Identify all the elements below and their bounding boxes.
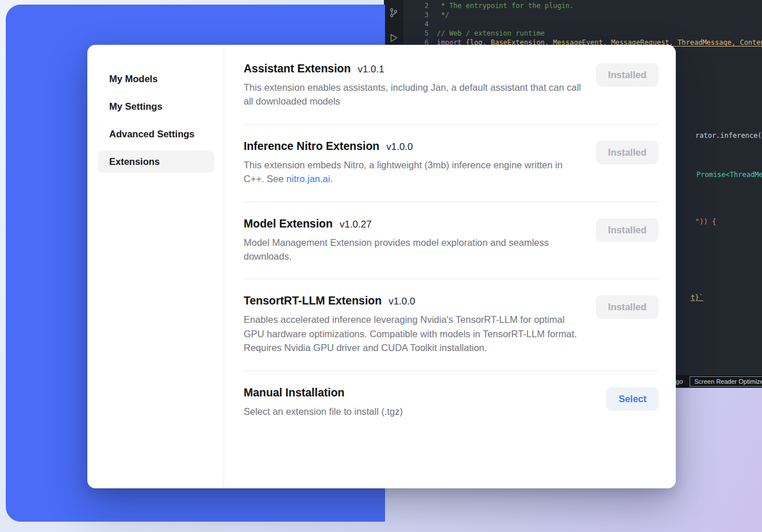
editor-line: 5 // Web / extension runtime: [403, 29, 762, 38]
line-number: 5: [403, 29, 437, 38]
row-divider: [244, 124, 659, 125]
line-number: 2: [403, 1, 437, 10]
extension-version: v1.0.1: [357, 64, 384, 75]
code-fragment: rator.inference(data));: [695, 131, 762, 140]
extension-row-nitro: Inference Nitro Extension v1.0.0 This ex…: [244, 140, 659, 186]
editor-line: 3 */: [403, 10, 762, 20]
code-fragment: ")) {: [695, 217, 716, 226]
extension-name: Inference Nitro Extension: [244, 140, 379, 153]
row-divider: [244, 279, 659, 279]
screen-reader-mode-badge[interactable]: Screen Reader Optimized: [690, 376, 762, 387]
source-control-icon[interactable]: [388, 7, 399, 20]
extension-description: This extension embeds Nitro, a lightweig…: [244, 158, 584, 186]
settings-window: My Models My Settings Advanced Settings …: [87, 45, 676, 488]
code-fragment: t}`: [691, 293, 703, 302]
extension-description: Model Management Extension provides mode…: [244, 236, 584, 264]
line-number: 4: [403, 20, 437, 29]
sidebar-item-my-settings[interactable]: My Settings: [98, 95, 214, 118]
manual-installation-title: Manual Installation: [244, 386, 345, 399]
nitro-link[interactable]: nitro.jan.ai.: [286, 174, 333, 184]
sidebar-item-advanced-settings[interactable]: Advanced Settings: [98, 123, 214, 145]
installed-button[interactable]: Installed: [596, 141, 659, 164]
row-divider: [244, 371, 659, 371]
editor-line: 4: [403, 20, 762, 29]
extension-row-assistant: Assistant Extension v1.0.1 This extensio…: [244, 62, 659, 109]
extension-name: Assistant Extension: [244, 62, 351, 75]
extension-row-tensorrt: TensortRT-LLM Extension v1.0.0 Enables a…: [244, 294, 659, 354]
extension-version: v1.0.0: [386, 141, 413, 153]
code-fragment: Promise<ThreadMessage>: [696, 170, 762, 179]
row-divider: [244, 202, 659, 202]
language-indicator[interactable]: go: [676, 378, 683, 385]
editor-line: 2 * The entrypoint for the plugin.: [403, 1, 762, 10]
sidebar-item-extensions[interactable]: Extensions: [98, 151, 214, 173]
select-file-button[interactable]: Select: [606, 387, 659, 411]
settings-sidebar: My Models My Settings Advanced Settings …: [87, 45, 224, 488]
installed-button[interactable]: Installed: [596, 295, 659, 319]
installed-button[interactable]: Installed: [596, 63, 659, 87]
line-number: 3: [403, 10, 437, 20]
extension-description: Enables accelerated inference leveraging…: [244, 313, 584, 354]
extension-row-model: Model Extension v1.0.27 Model Management…: [244, 217, 659, 264]
run-icon[interactable]: [388, 33, 399, 45]
extension-version: v1.0.27: [340, 219, 372, 230]
manual-installation-row: Manual Installation Select an extension …: [244, 386, 659, 418]
extension-version: v1.0.0: [388, 296, 415, 307]
manual-installation-description: Select an extension file to install (.tg…: [244, 404, 584, 418]
extensions-list: Assistant Extension v1.0.1 This extensio…: [224, 45, 676, 488]
extension-name: TensortRT-LLM Extension: [244, 294, 382, 307]
sidebar-item-my-models[interactable]: My Models: [98, 68, 214, 90]
extension-description: This extension enables assistants, inclu…: [244, 80, 584, 109]
installed-button[interactable]: Installed: [596, 218, 659, 242]
extension-name: Model Extension: [244, 217, 333, 230]
